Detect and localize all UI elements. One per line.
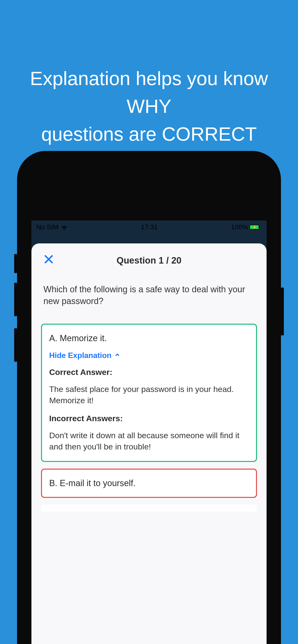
answers-container: A. Memorize it. Hide Explanation Correct…: [32, 314, 266, 512]
battery-percent: 100%: [231, 223, 248, 231]
question-card: Question 1 / 20 Which of the following i…: [32, 244, 266, 644]
phone-screen: No SIM 17:31 100% ⚡ Question 1 / 20: [32, 220, 266, 644]
answer-label: B. E-mail it to yourself.: [49, 478, 249, 488]
hide-explanation-label: Hide Explanation: [49, 351, 112, 360]
hide-explanation-toggle[interactable]: Hide Explanation: [49, 351, 249, 360]
status-right: 100% ⚡: [231, 223, 260, 231]
phone-side-button: [281, 288, 284, 336]
phone-side-button: [14, 283, 17, 316]
status-left: No SIM: [36, 223, 68, 231]
card-header: Question 1 / 20: [32, 244, 266, 273]
promo-headline: Explanation helps you know WHY questions…: [0, 0, 298, 148]
wifi-icon: [61, 224, 68, 230]
question-text: Which of the following is a safe way to …: [32, 273, 266, 314]
promo-line-2: questions are CORRECT: [19, 120, 279, 148]
promo-line-1: Explanation helps you know WHY: [19, 65, 279, 120]
incorrect-answers-heading: Incorrect Answers:: [49, 414, 249, 423]
phone-frame: No SIM 17:31 100% ⚡ Question 1 / 20: [17, 151, 281, 644]
answer-option-b[interactable]: B. E-mail it to yourself.: [41, 468, 257, 498]
answer-option-a[interactable]: A. Memorize it. Hide Explanation Correct…: [41, 324, 257, 462]
correct-answer-text: The safest place for your password is in…: [49, 384, 249, 406]
correct-answer-heading: Correct Answer:: [49, 368, 249, 377]
carrier-text: No SIM: [36, 223, 59, 231]
chevron-up-icon: [114, 351, 120, 360]
question-counter: Question 1 / 20: [43, 256, 255, 266]
status-bar: No SIM 17:31 100% ⚡: [32, 220, 266, 234]
close-icon[interactable]: [43, 254, 54, 268]
answer-label: A. Memorize it.: [49, 333, 249, 343]
status-time: 17:31: [141, 223, 158, 231]
phone-side-button: [14, 254, 17, 273]
answer-option-partial: [41, 504, 257, 512]
phone-side-button: [14, 328, 17, 362]
battery-icon: ⚡: [249, 225, 260, 230]
incorrect-answers-text: Don't write it down at all because someo…: [49, 430, 249, 452]
